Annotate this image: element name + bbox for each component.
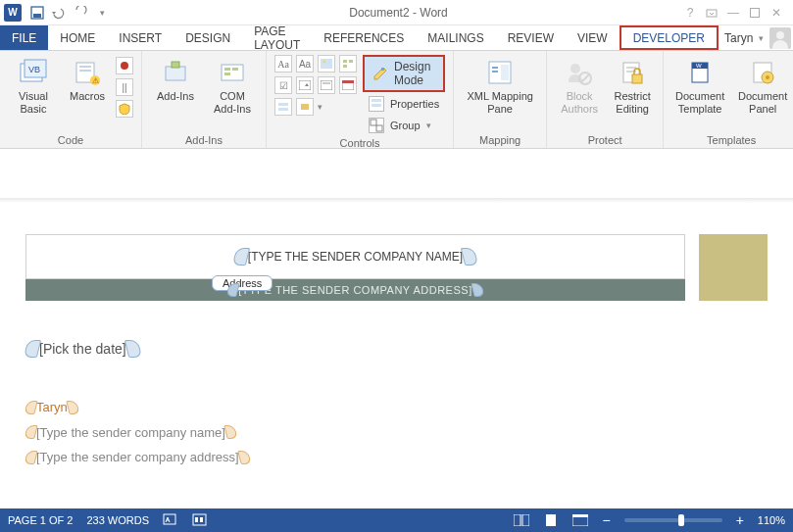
repeating-section-control-icon[interactable]: [274, 98, 292, 116]
design-mode-icon: [372, 66, 388, 81]
window-controls: ? — ✕: [683, 6, 789, 20]
chevron-down-icon: ▾: [426, 121, 431, 130]
svg-rect-1: [33, 14, 41, 18]
addins-button[interactable]: Add-Ins: [150, 55, 201, 103]
account-menu[interactable]: Taryn ▾: [719, 25, 793, 50]
sender-company-control[interactable]: [Type the sender company name]: [25, 425, 768, 443]
svg-rect-55: [193, 514, 206, 525]
xml-mapping-button[interactable]: XML Mapping Pane: [462, 55, 538, 115]
page-indicator[interactable]: PAGE 1 OF 2: [8, 514, 73, 526]
web-layout-icon[interactable]: [572, 512, 588, 528]
company-address-control[interactable]: Address [TYPE THE SENDER COMPANY ADDRESS…: [25, 279, 685, 301]
svg-rect-54: [164, 514, 175, 524]
qat-dropdown-icon[interactable]: ▾: [94, 5, 110, 21]
visual-basic-button[interactable]: VB Visual Basic: [8, 55, 59, 115]
combobox-control-icon[interactable]: [296, 76, 314, 94]
plain-text-control-icon[interactable]: Aa: [296, 55, 314, 73]
com-addins-button[interactable]: COM Add-Ins: [207, 55, 258, 115]
close-icon[interactable]: ✕: [769, 6, 783, 20]
tab-references[interactable]: REFERENCES: [312, 25, 416, 50]
undo-icon[interactable]: [51, 5, 67, 21]
zoom-level[interactable]: 110%: [758, 514, 785, 526]
group-protect: Block Authors Restrict Editing Protect: [547, 51, 664, 148]
company-name-control[interactable]: [TYPE THE SENDER COMPANY NAME]: [25, 234, 685, 279]
svg-point-12: [121, 62, 128, 70]
design-mode-button[interactable]: Design Mode: [363, 55, 445, 92]
macro-security-icon[interactable]: [116, 100, 133, 118]
rich-text-control-icon[interactable]: Aa: [274, 55, 292, 73]
svg-point-53: [766, 75, 769, 79]
help-icon[interactable]: ?: [683, 6, 697, 20]
xml-mapping-icon: [484, 57, 516, 88]
svg-rect-39: [492, 67, 498, 69]
ribbon: VB Visual Basic ⚠ Macros || Code Add-Ins: [0, 51, 793, 149]
tab-file[interactable]: FILE: [0, 25, 48, 50]
document-template-icon: W: [684, 57, 716, 88]
record-macro-icon[interactable]: [116, 57, 133, 74]
date-picker-control[interactable]: [Pick the date]: [25, 340, 768, 361]
dropdown-control-icon[interactable]: [318, 76, 335, 94]
spellcheck-icon[interactable]: [163, 512, 178, 528]
sender-address-control[interactable]: [Type the sender company address]: [25, 450, 768, 467]
svg-rect-29: [278, 103, 288, 106]
date-picker-control-icon[interactable]: [339, 76, 357, 94]
ribbon-options-icon[interactable]: [705, 6, 719, 20]
document-panel-icon: [747, 57, 778, 88]
tab-insert[interactable]: INSERT: [107, 25, 173, 50]
svg-rect-36: [376, 125, 382, 131]
building-block-control-icon[interactable]: [339, 55, 357, 73]
svg-rect-34: [372, 104, 381, 107]
minimize-icon[interactable]: —: [726, 6, 740, 20]
zoom-slider[interactable]: [624, 518, 722, 522]
tab-developer[interactable]: DEVELOPER: [620, 25, 719, 50]
svg-rect-14: [172, 62, 179, 68]
legacy-dropdown-icon[interactable]: ▾: [318, 98, 323, 116]
document-template-button[interactable]: W Document Template: [671, 55, 728, 115]
properties-icon: [369, 96, 384, 112]
read-mode-icon[interactable]: [514, 512, 529, 528]
block-authors-button: Block Authors: [555, 55, 604, 115]
checkbox-control-icon[interactable]: ☑: [274, 76, 292, 94]
print-layout-icon[interactable]: [543, 512, 559, 528]
block-authors-icon: [564, 57, 595, 88]
redo-icon[interactable]: [73, 5, 88, 21]
svg-rect-24: [299, 80, 311, 90]
properties-button[interactable]: Properties: [363, 94, 445, 114]
svg-rect-40: [492, 71, 498, 73]
picture-control-icon[interactable]: [318, 55, 335, 73]
pause-recording-icon[interactable]: ||: [116, 78, 133, 96]
svg-rect-19: [321, 59, 332, 69]
save-icon[interactable]: [29, 5, 45, 21]
ribbon-tabs: FILE HOME INSERT DESIGN PAGE LAYOUT REFE…: [0, 25, 793, 51]
zoom-in-button[interactable]: +: [736, 512, 744, 528]
group-addins: Add-Ins COM Add-Ins Add-Ins: [142, 51, 267, 148]
tab-view[interactable]: VIEW: [566, 25, 620, 50]
svg-rect-18: [224, 73, 230, 75]
address-control-tab[interactable]: Address: [212, 275, 273, 291]
zoom-out-button[interactable]: −: [602, 512, 610, 528]
macros-status-icon[interactable]: [192, 512, 208, 528]
group-mapping: XML Mapping Pane Mapping: [454, 51, 547, 148]
legacy-tools-icon[interactable]: [296, 98, 314, 116]
svg-rect-33: [372, 99, 381, 102]
tab-design[interactable]: DESIGN: [173, 25, 242, 50]
tab-page-layout[interactable]: PAGE LAYOUT: [242, 25, 312, 50]
svg-rect-25: [321, 80, 332, 90]
tab-mailings[interactable]: MAILINGS: [416, 25, 495, 50]
logo-placeholder[interactable]: [699, 234, 768, 301]
sender-name-control[interactable]: Taryn: [25, 400, 768, 417]
tab-review[interactable]: REVIEW: [496, 25, 566, 50]
group-icon: [369, 118, 384, 133]
restrict-editing-button[interactable]: Restrict Editing: [610, 55, 655, 115]
document-panel-button[interactable]: Document Panel: [734, 55, 791, 115]
maximize-icon[interactable]: [748, 6, 762, 20]
svg-rect-2: [707, 10, 717, 17]
tab-home[interactable]: HOME: [48, 25, 107, 50]
macros-button[interactable]: ⚠ Macros: [65, 55, 110, 103]
com-addins-icon: [217, 57, 248, 88]
page[interactable]: [TYPE THE SENDER COMPANY NAME] Address […: [8, 203, 785, 477]
svg-rect-21: [343, 60, 347, 63]
group-button[interactable]: Group ▾: [363, 116, 445, 135]
quick-access-toolbar: ▾: [25, 5, 114, 21]
word-count[interactable]: 233 WORDS: [86, 514, 149, 526]
